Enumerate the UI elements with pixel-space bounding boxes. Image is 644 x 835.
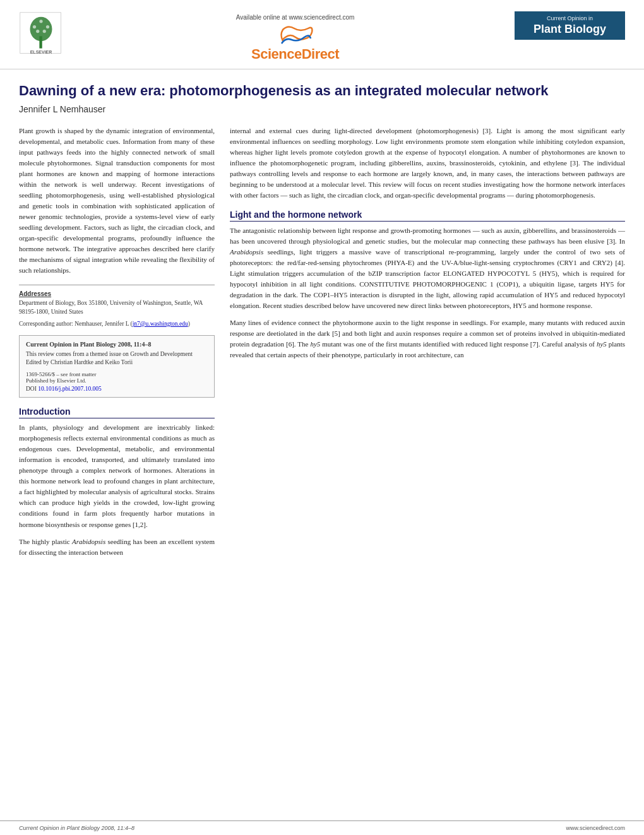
intro-paragraph-1: In plants, physiology and development ar… <box>19 422 215 530</box>
left-column: Plant growth is shaped by the dynamic in… <box>19 126 215 564</box>
article-author: Jennifer L Nemhauser <box>19 104 625 114</box>
info-box-review: This review comes from a themed issue on… <box>26 350 208 368</box>
svg-point-3 <box>33 25 36 28</box>
addresses-section: Addresses Department of Biology, Box 351… <box>19 285 215 328</box>
sciencedirect-wordmark: ScienceDirect <box>251 46 339 62</box>
page: ELSEVIER Available online at www.science… <box>0 0 644 835</box>
doi-label: DOI <box>26 386 38 392</box>
sciencedirect-center: Available online at www.sciencedirect.co… <box>76 11 515 62</box>
published-text: Published by Elsevier Ltd. <box>26 377 86 384</box>
right-column: internal and external cues during light-… <box>230 126 625 564</box>
svg-point-5 <box>46 25 49 28</box>
arabidopsis-italic-2: Arabidopsis <box>230 248 263 256</box>
journal-badge: Current Opinion in Plant Biology <box>515 11 625 40</box>
svg-point-4 <box>39 20 42 23</box>
footer: Current Opinion in Plant Biology 2008, 1… <box>0 820 644 835</box>
info-box-journal: Current Opinion in Plant Biology 2008, 1… <box>26 341 208 348</box>
main-content: Dawning of a new era: photomorphogenesis… <box>0 69 644 577</box>
info-edited-text: Edited by Christian Hardtke and Keiko To… <box>26 359 133 365</box>
hy5-italic: hy5 <box>310 340 320 348</box>
hy5-italic-2: hy5 <box>597 340 607 348</box>
article-title: Dawning of a new era: photomorphogenesis… <box>19 82 625 100</box>
light-section-heading: Light and the hormone network <box>230 210 625 222</box>
issn-text: 1369-5266/$ – see front matter <box>26 371 96 377</box>
introduction-heading: Introduction <box>19 406 215 418</box>
journal-badge-title: Plant Biology <box>521 23 619 36</box>
available-online-text: Available online at www.sciencedirect.co… <box>236 14 355 21</box>
intro-continuation: internal and external cues during light-… <box>230 126 625 201</box>
footer-left: Current Opinion in Plant Biology 2008, 1… <box>19 825 134 831</box>
sd-curves-icon <box>277 23 314 46</box>
intro-paragraph-2: The highly plastic Arabidopsis seedling … <box>19 536 215 558</box>
two-column-layout: Plant growth is shaped by the dynamic in… <box>19 126 625 564</box>
corresponding-text: Corresponding author: Nemhauser, Jennife… <box>19 320 215 329</box>
svg-text:ELSEVIER: ELSEVIER <box>30 50 52 54</box>
corresponding-email[interactable]: jn7@u.washington.edu <box>133 321 188 327</box>
addresses-text: Department of Biology, Box 351800, Unive… <box>19 299 215 317</box>
doi-link[interactable]: 10.1016/j.pbi.2007.10.005 <box>38 386 102 392</box>
svg-point-7 <box>43 30 46 33</box>
corresponding-label: Corresponding author: Nemhauser, Jennife… <box>19 321 133 327</box>
info-box-doi: DOI 10.1016/j.pbi.2007.10.005 <box>26 386 208 392</box>
sciencedirect-logo: ScienceDirect <box>251 23 339 62</box>
addresses-title: Addresses <box>19 290 215 297</box>
header: ELSEVIER Available online at www.science… <box>0 0 644 69</box>
abstract-text: Plant growth is shaped by the dynamic in… <box>19 126 215 276</box>
corresponding-close: ) <box>188 321 190 327</box>
light-paragraph-1: The antagonistic relationship between li… <box>230 225 625 311</box>
light-paragraph-2: Many lines of evidence connect the phyto… <box>230 317 625 360</box>
info-box-issn: 1369-5266/$ – see front matter Published… <box>26 371 208 384</box>
footer-right: www.sciencedirect.com <box>566 825 625 831</box>
arabidopsis-italic-1: Arabidopsis <box>72 538 105 545</box>
info-review-text: This review comes from a themed issue on… <box>26 351 193 357</box>
svg-point-6 <box>36 30 39 33</box>
elsevier-logo: ELSEVIER <box>19 11 76 58</box>
journal-badge-top: Current Opinion in <box>521 15 619 21</box>
info-box: Current Opinion in Plant Biology 2008, 1… <box>19 335 215 398</box>
